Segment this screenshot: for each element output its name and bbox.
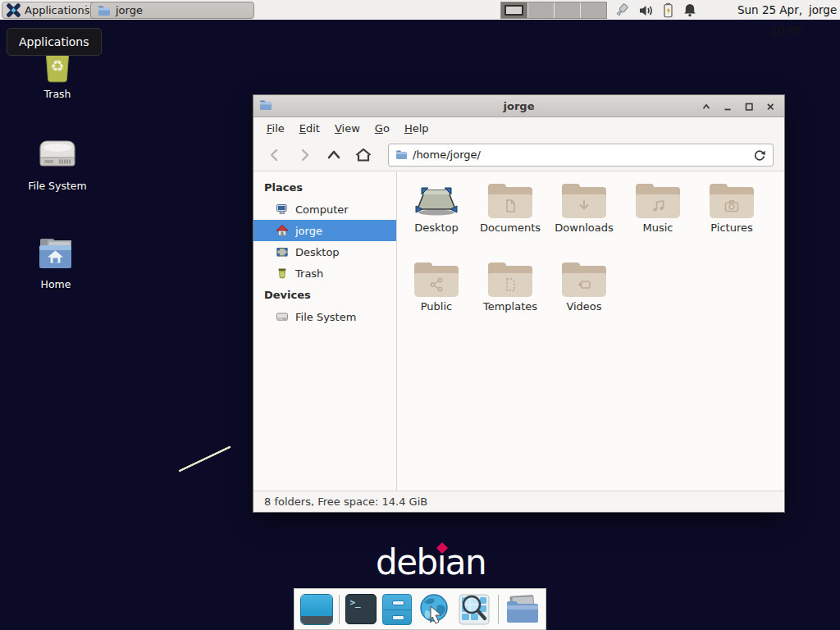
menu-file[interactable]: File bbox=[259, 119, 292, 138]
menu-view[interactable]: View bbox=[327, 119, 368, 138]
statusbar: 8 folders, Free space: 14.4 GiB bbox=[253, 491, 784, 512]
panel-username[interactable]: jorge bbox=[809, 0, 837, 21]
workspace-3[interactable] bbox=[554, 2, 580, 18]
desktop-icon-filesystem[interactable]: File System bbox=[18, 136, 97, 192]
menu-help[interactable]: Help bbox=[397, 119, 436, 138]
sidebar-item-filesystem[interactable]: File System bbox=[253, 306, 396, 327]
drive-mini-icon bbox=[276, 310, 289, 323]
dock-separator bbox=[339, 595, 340, 624]
dock-separator bbox=[498, 595, 499, 624]
folder-label: Music bbox=[643, 221, 673, 234]
up-button[interactable] bbox=[321, 144, 347, 167]
folder-label: Public bbox=[421, 300, 452, 313]
path-folder-icon bbox=[395, 149, 408, 160]
taskbar-window-label: jorge bbox=[116, 4, 143, 16]
workspace-4[interactable] bbox=[580, 2, 606, 18]
notifications-bell-icon[interactable] bbox=[682, 2, 697, 18]
folder-item-documents[interactable]: Documents bbox=[473, 180, 547, 258]
workspace-1-active[interactable] bbox=[501, 2, 527, 18]
panel-clock[interactable]: Sun 25 Apr, 10:06 bbox=[705, 0, 802, 21]
desktop-icon-label: Trash bbox=[43, 88, 71, 100]
folder-item-templates[interactable]: Templates bbox=[473, 258, 547, 337]
back-button[interactable] bbox=[262, 144, 288, 167]
show-desktop-icon[interactable] bbox=[300, 594, 333, 625]
debian-logo-text: debian bbox=[376, 542, 486, 582]
desktop-stray-line bbox=[178, 445, 231, 472]
workspace-window-miniature bbox=[504, 5, 523, 16]
trash-mini-icon bbox=[276, 267, 289, 280]
workspace-pager[interactable] bbox=[500, 2, 607, 19]
sidebar-item-label: jorge bbox=[295, 225, 322, 237]
sidebar-places-header: Places bbox=[253, 176, 396, 199]
folder-item-public[interactable]: Public bbox=[399, 258, 473, 337]
volume-icon[interactable] bbox=[638, 3, 654, 18]
sidebar-devices-header: Devices bbox=[253, 284, 396, 306]
menubar: File Edit View Go Help bbox=[253, 117, 784, 139]
pictures-folder-icon bbox=[710, 184, 754, 218]
sidebar-item-label: Desktop bbox=[295, 246, 340, 258]
desktop-desk-icon bbox=[414, 184, 459, 218]
path-bar[interactable]: /home/jorge/ bbox=[388, 144, 774, 167]
menu-edit[interactable]: Edit bbox=[292, 119, 327, 138]
home-folder-icon bbox=[35, 236, 76, 274]
applications-menu-icon bbox=[7, 3, 21, 17]
public-folder-icon bbox=[414, 262, 459, 297]
folder-label: Desktop bbox=[414, 221, 459, 234]
top-panel: Applications jorge bbox=[0, 0, 840, 21]
directory-menu-icon[interactable] bbox=[504, 593, 540, 626]
shade-button[interactable] bbox=[699, 99, 714, 114]
file-manager-window: jorge File Edit View Go Help bbox=[253, 94, 785, 513]
folder-label: Templates bbox=[483, 300, 537, 313]
sidebar-item-jorge-selected[interactable]: jorge bbox=[253, 220, 396, 241]
panel-drag-handle[interactable] bbox=[85, 5, 87, 7]
desktop-icon-label: Home bbox=[41, 278, 71, 290]
music-folder-icon bbox=[636, 184, 680, 218]
workspace-2[interactable] bbox=[527, 2, 554, 18]
reload-icon[interactable] bbox=[753, 148, 766, 162]
folder-label: Documents bbox=[480, 221, 541, 234]
sidebar-item-desktop[interactable]: Desktop bbox=[253, 241, 396, 262]
videos-folder-icon bbox=[562, 262, 606, 297]
terminal-icon[interactable]: >_ bbox=[345, 594, 377, 624]
home-button[interactable] bbox=[350, 144, 377, 167]
desktop-icon-home[interactable]: Home bbox=[16, 236, 95, 290]
titlebar[interactable]: jorge bbox=[253, 95, 784, 117]
toolbar: /home/jorge/ bbox=[253, 139, 784, 171]
menu-go[interactable]: Go bbox=[368, 119, 397, 138]
user-home-icon bbox=[276, 224, 289, 237]
dock: >_ bbox=[294, 588, 546, 630]
desktop-icon-label: File System bbox=[28, 180, 87, 192]
folder-label: Videos bbox=[566, 300, 601, 313]
system-tray bbox=[614, 2, 697, 19]
folder-item-pictures[interactable]: Pictures bbox=[695, 180, 769, 258]
sidebar-item-computer[interactable]: Computer bbox=[253, 199, 396, 220]
application-finder-icon[interactable] bbox=[458, 593, 492, 626]
folder-item-videos[interactable]: Videos bbox=[547, 258, 621, 337]
battery-icon[interactable] bbox=[662, 2, 674, 18]
computer-icon bbox=[276, 203, 289, 216]
folder-item-music[interactable]: Music bbox=[621, 180, 695, 258]
path-text[interactable]: /home/jorge/ bbox=[413, 148, 748, 161]
applications-menu-label: Applications bbox=[25, 4, 89, 16]
web-browser-icon[interactable] bbox=[418, 592, 452, 627]
desktop: Applications jorge bbox=[0, 0, 840, 630]
documents-folder-icon bbox=[488, 184, 532, 218]
taskbar-window-button[interactable]: jorge bbox=[90, 2, 254, 19]
network-ethernet-icon[interactable] bbox=[614, 2, 630, 18]
sidebar-item-label: Trash bbox=[295, 267, 323, 280]
folder-grid: Desktop Documents bbox=[397, 171, 784, 491]
folder-item-downloads[interactable]: Downloads bbox=[547, 180, 621, 258]
sidebar-item-trash[interactable]: Trash bbox=[253, 262, 396, 284]
folder-label: Downloads bbox=[555, 221, 613, 234]
sidebar-item-label: File System bbox=[295, 311, 356, 323]
file-manager-icon[interactable] bbox=[382, 594, 412, 625]
sidebar: Places Computer bbox=[253, 171, 397, 491]
close-button[interactable] bbox=[763, 99, 778, 114]
forward-button[interactable] bbox=[291, 144, 317, 167]
maximize-button[interactable] bbox=[742, 99, 756, 114]
folder-item-desktop[interactable]: Desktop bbox=[399, 180, 473, 258]
minimize-button[interactable] bbox=[720, 99, 735, 114]
applications-menu-button[interactable]: Applications bbox=[2, 2, 97, 19]
folder-label: Pictures bbox=[710, 221, 752, 234]
templates-folder-icon bbox=[488, 262, 532, 297]
